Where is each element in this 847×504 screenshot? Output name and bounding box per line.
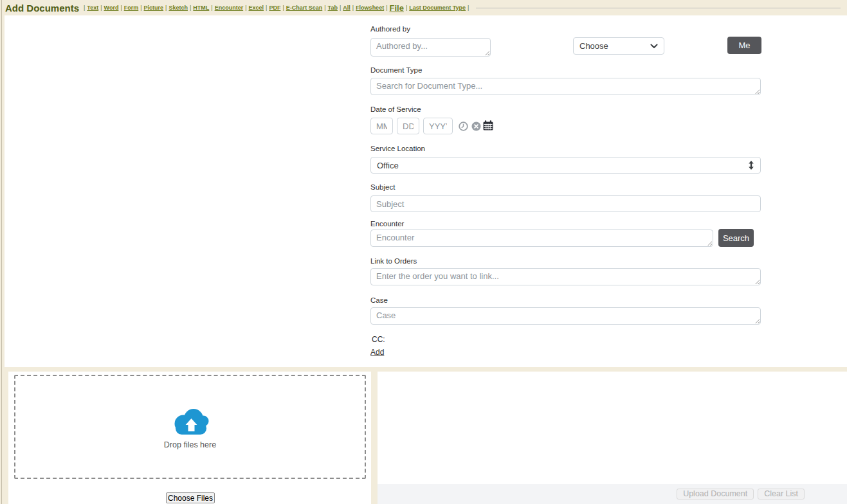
document-type-field	[370, 78, 761, 95]
me-button[interactable]: Me	[727, 37, 761, 54]
link-html[interactable]: HTML	[193, 4, 209, 11]
link-sketch[interactable]: Sketch	[168, 4, 188, 11]
dos-day-field	[397, 118, 419, 134]
link-all[interactable]: All	[343, 4, 351, 11]
clear-list-button[interactable]: Clear List	[758, 489, 805, 500]
choose-files-button[interactable]: Choose Files	[166, 492, 215, 503]
link-word[interactable]: Word	[104, 4, 119, 11]
link-to-orders-field	[370, 268, 761, 285]
case-input[interactable]	[370, 307, 761, 325]
left-border	[1, 0, 2, 504]
upload-footer: Upload Document Clear List	[378, 484, 847, 504]
case-field	[370, 307, 761, 325]
encounter-input[interactable]	[370, 230, 713, 247]
encounter-label: Encounter	[370, 220, 404, 228]
nav-separator: |	[100, 4, 102, 11]
nav-separator: |	[140, 4, 141, 11]
dos-month-input[interactable]	[370, 118, 393, 134]
dos-day-input[interactable]	[397, 118, 419, 134]
document-type-nav: | Text | Word | Form | Picture | Sketch …	[82, 3, 471, 13]
encounter-field	[370, 230, 713, 247]
select-arrows-icon	[748, 161, 754, 170]
link-picture[interactable]: Picture	[144, 4, 164, 11]
cloud-upload-icon	[170, 405, 211, 436]
link-text[interactable]: Text	[87, 4, 98, 11]
link-to-orders-label: Link to Orders	[370, 257, 417, 265]
cc-add-link[interactable]: Add	[370, 348, 384, 357]
link-pdf[interactable]: PDF	[269, 4, 280, 11]
subject-input[interactable]	[370, 195, 761, 212]
nav-separator: |	[352, 4, 354, 11]
service-location-value: Office	[377, 161, 399, 170]
subject-label: Subject	[370, 183, 395, 191]
authored-by-label: Authored by	[370, 25, 410, 33]
header-rule	[476, 8, 841, 8]
calendar-icon[interactable]	[483, 120, 493, 130]
upload-document-button[interactable]: Upload Document	[677, 489, 754, 500]
dos-year-input[interactable]	[423, 118, 453, 134]
link-last-document-type[interactable]: Last Document Type	[409, 4, 466, 11]
link-to-orders-input[interactable]	[370, 268, 761, 285]
drop-files-text: Drop files here	[164, 440, 216, 449]
nav-separator: |	[120, 4, 122, 11]
service-location-select[interactable]: Office	[370, 157, 761, 174]
dropzone[interactable]: Drop files here	[14, 375, 366, 479]
nav-separator: |	[406, 4, 407, 11]
nav-separator: |	[324, 4, 325, 11]
date-of-service-label: Date of Service	[370, 105, 421, 113]
authored-by-field	[370, 38, 491, 57]
nav-separator: |	[84, 4, 85, 11]
dos-month-field	[370, 118, 393, 134]
header-bar: Add Documents | Text | Word | Form | Pic…	[3, 0, 847, 15]
link-encounter[interactable]: Encounter	[215, 4, 244, 11]
link-tab[interactable]: Tab	[328, 4, 338, 11]
dos-year-field	[423, 118, 453, 134]
clear-date-icon[interactable]	[471, 121, 481, 131]
encounter-search-button[interactable]: Search	[718, 229, 754, 247]
link-file[interactable]: File	[389, 3, 403, 13]
link-form[interactable]: Form	[124, 4, 139, 11]
authored-by-input[interactable]	[370, 38, 491, 57]
nav-separator: |	[245, 4, 246, 11]
document-type-input[interactable]	[370, 78, 761, 95]
nav-separator: |	[190, 4, 191, 11]
case-label: Case	[370, 296, 388, 304]
page-title: Add Documents	[5, 3, 79, 14]
choose-select-value: Choose	[579, 41, 608, 51]
subject-field	[370, 195, 761, 212]
nav-separator: |	[165, 4, 167, 11]
service-location-label: Service Location	[370, 145, 425, 152]
nav-separator: |	[468, 4, 469, 11]
file-drop-panel: Drop files here Choose Files	[8, 372, 371, 504]
nav-separator: |	[211, 4, 212, 11]
nav-separator: |	[266, 4, 267, 11]
link-flowsheet[interactable]: Flowsheet	[356, 4, 384, 11]
authored-by-choose-select[interactable]: Choose	[573, 37, 664, 55]
upload-list-panel: Upload Document Clear List	[378, 372, 847, 504]
nav-separator: |	[340, 4, 341, 11]
link-excel[interactable]: Excel	[249, 4, 264, 11]
nav-separator: |	[386, 4, 387, 11]
document-type-label: Document Type	[370, 66, 422, 74]
cc-label: CC:	[372, 335, 385, 344]
chevron-down-icon	[650, 44, 658, 49]
link-e-chart-scan[interactable]: E-Chart Scan	[286, 4, 323, 11]
clock-icon[interactable]	[458, 121, 468, 131]
nav-separator: |	[282, 4, 284, 11]
